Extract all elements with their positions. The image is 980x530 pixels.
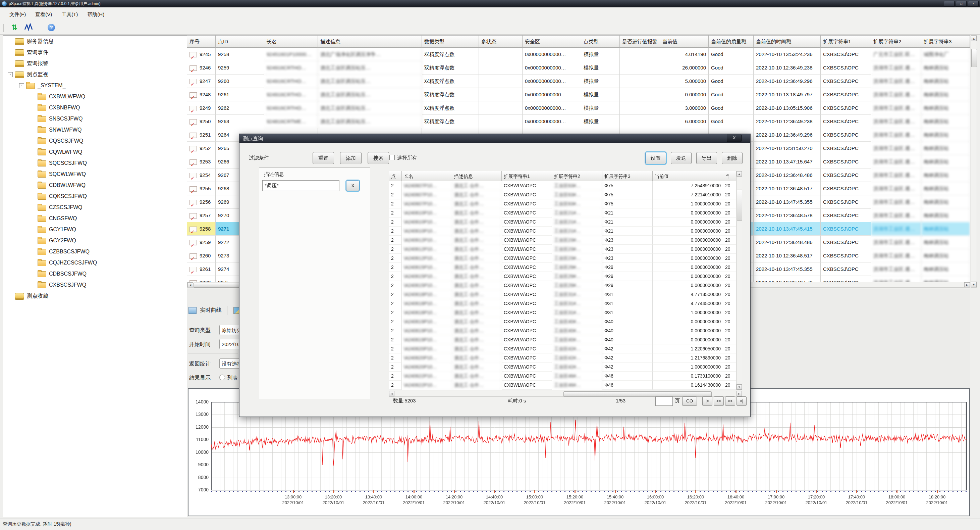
column-header[interactable]: 安全区: [523, 35, 581, 48]
table-row[interactable]: 2\A240618P10…酒北工·合作…CXBWLW\OPC工业区31#…Φ31…: [389, 290, 742, 299]
close-button[interactable]: ×: [968, 1, 978, 7]
scroll-right-icon[interactable]: ►: [737, 391, 742, 396]
table-row[interactable]: 2\A240619P10…酒北工·合作…CXBWLW\OPC工业区40#…Φ40…: [389, 326, 742, 335]
table-row[interactable]: 92499262924916CRTHO…酒北工业区调压站压…双精度浮点数0x00…: [187, 101, 970, 115]
curve-icon[interactable]: [24, 23, 33, 32]
menu-item[interactable]: 帮助(H): [87, 11, 104, 18]
menu-item[interactable]: 文件(F): [10, 11, 26, 18]
dialog-title-bar[interactable]: 测点查询 X: [239, 134, 750, 143]
tab-realtime-curve[interactable]: 实时曲线: [200, 307, 221, 313]
table-row[interactable]: 2\A240607P10…酒北工·合作…CXBWLW\OPC工业区63#…Φ75…: [389, 200, 742, 208]
table-row[interactable]: 2\A240607P10…酒北工·合作…CXBWLW\OPC工业区63#…Φ75…: [389, 190, 742, 200]
tree-item-SNSCSJFWQ[interactable]: SNSCSJFWQ: [3, 113, 187, 124]
table-row[interactable]: 2\A240620P10…酒北工·合作…CXBWLW\OPC工业区42#…Φ42…: [389, 362, 742, 372]
search-button[interactable]: 搜索: [368, 152, 389, 164]
tree-item-CQKSCSJFWQ[interactable]: CQKSCSJFWQ: [3, 191, 187, 202]
scroll-up-icon[interactable]: ▲: [737, 171, 742, 177]
tree-item-CZBBSCSJFWQ[interactable]: CZBBSCSJFWQ: [3, 246, 187, 257]
go-button[interactable]: GO: [682, 396, 697, 406]
tree-item-_SYSTEM_[interactable]: -_SYSTEM_: [3, 80, 187, 91]
tree-item-CDBWLWFWQ[interactable]: CDBWLWFWQ: [3, 180, 187, 191]
table-row[interactable]: 92509263924816CRTME…酒北工业区调压站压…双精度浮点数0x00…: [187, 115, 970, 128]
scroll-right-icon[interactable]: ►: [964, 282, 970, 287]
table-row[interactable]: 2\A240612P10…酒北工·合作…CXBWLW\OPC工业区23#…Φ23…: [389, 236, 742, 245]
radio-icon[interactable]: [220, 375, 225, 380]
clear-filter-button[interactable]: X: [346, 180, 360, 191]
table-row[interactable]: 2\A240618P10…酒北工·合作…CXBWLW\OPC工业区31#…Φ31…: [389, 308, 742, 317]
tree-item-GCY2FWQ[interactable]: GCY2FWQ: [3, 235, 187, 246]
column-header[interactable]: 是否进行值报警: [620, 35, 660, 48]
export-button[interactable]: 导出: [696, 152, 717, 164]
scrollbar-thumb[interactable]: [971, 49, 977, 67]
tree-item-测点监视[interactable]: -测点监视: [3, 69, 187, 80]
tree-item-GCY1FWQ[interactable]: GCY1FWQ: [3, 224, 187, 235]
next-page-button[interactable]: >>: [725, 396, 735, 406]
table-row[interactable]: 2\A240612P10…酒北工·合作…CXBWLW\OPC工业区23#…Φ23…: [389, 245, 742, 254]
first-page-button[interactable]: |<: [702, 396, 712, 406]
maximize-button[interactable]: □: [956, 1, 967, 7]
table-row[interactable]: 2\A240615P10…酒北工·合作…CXBWLW\OPC工业区29#…Φ29…: [389, 281, 742, 290]
table-row[interactable]: 2\A240620P10…酒北工·合作…CXBWLW\OPC工业区42#…Φ42…: [389, 344, 742, 353]
title-bar[interactable]: pSpace监视工具(服务器:127.0.0.1,登录用户:admin) – □…: [0, 0, 980, 7]
tree-item-CDBSCSJFWQ[interactable]: CDBSCSJFWQ: [3, 268, 187, 279]
table-row[interactable]: 2\A240618P10…酒北工·合作…CXBWLW\OPC工业区31#…Φ31…: [389, 299, 742, 308]
menu-item[interactable]: 工具(T): [61, 11, 78, 18]
tree-item-SQCWLWFWQ[interactable]: SQCWLWFWQ: [3, 169, 187, 180]
table-row[interactable]: 92489261924916CRTHO…酒北工业区调压站压…双精度浮点数0x00…: [187, 88, 970, 101]
table-row[interactable]: 2\A240619P10…酒北工·合作…CXBWLW\OPC工业区40#…Φ40…: [389, 317, 742, 326]
table-row[interactable]: 2\A240615P10…酒北工·合作…CXBWLW\OPC工业区29#…Φ29…: [389, 263, 742, 272]
column-header[interactable]: 扩展字符串3: [921, 35, 970, 48]
tree-item-CXBNBFWQ[interactable]: CXBNBFWQ: [3, 102, 187, 113]
column-header[interactable]: 数据类型: [422, 35, 479, 48]
menu-item[interactable]: 查看(V): [35, 11, 52, 18]
column-header[interactable]: 当前值: [653, 171, 723, 181]
tree-item-CXBWLWFWQ[interactable]: CXBWLWFWQ: [3, 91, 187, 102]
settings-button[interactable]: 设置: [645, 152, 666, 164]
column-header[interactable]: 描述信息: [452, 171, 502, 181]
add-button[interactable]: 添加: [340, 152, 361, 164]
tree-item-CXBSCSJFWQ[interactable]: CXBSCSJFWQ: [3, 279, 187, 291]
column-header[interactable]: 扩展字符串2: [871, 35, 921, 48]
prev-page-button[interactable]: <<: [714, 396, 724, 406]
page-number-input[interactable]: [655, 396, 673, 406]
scroll-up-icon[interactable]: ▲: [971, 35, 977, 41]
tree-item-查询报警[interactable]: 查询报警: [3, 58, 187, 69]
column-header[interactable]: 扩展字符串1: [821, 35, 871, 48]
last-page-button[interactable]: >|: [737, 396, 746, 406]
scroll-left-icon[interactable]: ◄: [389, 391, 395, 396]
column-header[interactable]: 长名: [402, 171, 452, 181]
dialog-vertical-scrollbar[interactable]: ▲ ▼: [736, 171, 742, 390]
vertical-scrollbar[interactable]: ▲ ▼: [970, 35, 977, 288]
table-row[interactable]: 2\A240615P10…酒北工·合作…CXBWLW\OPC工业区29#…Φ29…: [389, 272, 742, 281]
minimize-button[interactable]: –: [944, 1, 955, 7]
description-filter-input[interactable]: *调压*: [262, 180, 339, 191]
tree-item-测点收藏[interactable]: 测点收藏: [3, 291, 187, 302]
tree-item-CNGSFWQ[interactable]: CNGSFWQ: [3, 213, 187, 224]
refresh-icon[interactable]: ⇅: [11, 23, 17, 32]
table-row[interactable]: 2\A240610P10…酒北工·合作…CXBWLW\OPC工业区21#…Φ21…: [389, 208, 742, 217]
column-header[interactable]: 描述信息: [318, 35, 422, 48]
tree-item-服务器信息[interactable]: 服务器信息: [3, 35, 187, 47]
column-header[interactable]: 当: [723, 171, 737, 181]
column-header[interactable]: 点: [389, 171, 402, 181]
table-row[interactable]: 2\A240610P10…酒北工·合作…CXBWLW\OPC工业区21#…Φ21…: [389, 217, 742, 227]
table-row[interactable]: 2\A240610P10…酒北工·合作…CXBWLW\OPC工业区21#…Φ21…: [389, 227, 742, 236]
select-all-checkbox[interactable]: [390, 155, 395, 160]
scrollbar-thumb[interactable]: [737, 190, 742, 220]
tree-item-CQWLWFWQ[interactable]: CQWLWFWQ: [3, 146, 187, 157]
column-header[interactable]: 扩展字符串3: [602, 171, 653, 181]
column-header[interactable]: 扩展字符串1: [502, 171, 552, 181]
tree-item-SNWLWFWQ[interactable]: SNWLWFWQ: [3, 124, 187, 135]
tree-item-查询事件[interactable]: 查询事件: [3, 47, 187, 58]
result-option[interactable]: 列表: [220, 375, 238, 382]
dialog-close-icon[interactable]: X: [727, 135, 741, 142]
tree-item-CQSCSJFWQ[interactable]: CQSCSJFWQ: [3, 135, 187, 146]
table-row[interactable]: 2\A240622P10…酒北工·合作…CXBWLW\OPC工业区46#…Φ46…: [389, 372, 742, 381]
column-header[interactable]: 多状态: [479, 35, 523, 48]
column-header[interactable]: 点ID: [216, 35, 264, 48]
table-row[interactable]: 2\A240620P10…酒北工·合作…CXBWLW\OPC工业区42#…Φ42…: [389, 353, 742, 362]
column-header[interactable]: 当前值的质量戳: [709, 35, 754, 48]
column-header[interactable]: 长名: [264, 35, 318, 48]
reset-button[interactable]: 重置: [313, 152, 334, 164]
scroll-left-icon[interactable]: ◄: [188, 282, 193, 287]
